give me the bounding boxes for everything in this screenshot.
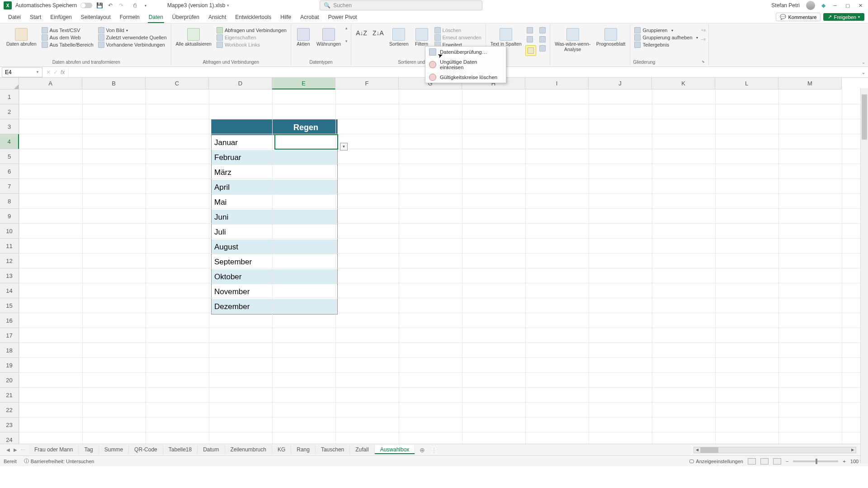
col-header-A[interactable]: A: [19, 78, 82, 89]
sheet-tab-rang[interactable]: Rang: [291, 445, 316, 455]
view-break-icon[interactable]: [773, 458, 781, 465]
row-header-10[interactable]: 10: [0, 224, 19, 239]
recent-sources-button[interactable]: Zuletzt verwendete Quellen: [97, 34, 168, 41]
hscroll-left-icon[interactable]: ◀: [694, 448, 700, 452]
select-all-corner[interactable]: [0, 78, 19, 89]
tab-powerpivot[interactable]: Power Pivot: [324, 11, 362, 23]
col-header-K[interactable]: K: [652, 78, 715, 89]
row-header-4[interactable]: 4: [0, 134, 19, 149]
row-header-23[interactable]: 23: [0, 418, 19, 432]
tab-layout[interactable]: Seitenlayout: [76, 11, 115, 23]
row-header-3[interactable]: 3: [0, 119, 19, 134]
row-header-2[interactable]: 2: [0, 104, 19, 119]
row-header-14[interactable]: 14: [0, 283, 19, 298]
col-header-L[interactable]: L: [715, 78, 778, 89]
save-icon[interactable]: 💾: [96, 2, 103, 9]
row-header-18[interactable]: 18: [0, 343, 19, 358]
sheet-tab-kg[interactable]: KG: [272, 445, 291, 455]
existing-conn-button[interactable]: Vorhandene Verbindungen: [97, 42, 168, 48]
from-text-button[interactable]: Aus Text/CSV: [40, 27, 95, 33]
col-header-B[interactable]: B: [82, 78, 146, 89]
comments-button[interactable]: 💬 Kommentare: [776, 13, 821, 21]
sheet-tab-tabelle18[interactable]: Tabelle18: [163, 445, 198, 455]
row-header-8[interactable]: 8: [0, 194, 19, 209]
row-header-1[interactable]: 1: [0, 89, 19, 104]
tab-developer[interactable]: Entwicklertools: [231, 11, 276, 23]
tab-help[interactable]: Hilfe: [276, 11, 296, 23]
tab-insert[interactable]: Einfügen: [46, 11, 76, 23]
accessibility-button[interactable]: ⓘ Barrierefreiheit: Untersuchen: [24, 458, 94, 465]
row-header-7[interactable]: 7: [0, 179, 19, 194]
row-header-17[interactable]: 17: [0, 328, 19, 343]
sheet-tab-tag[interactable]: Tag: [79, 445, 99, 455]
subtotal-button[interactable]: Teilergebnis: [633, 42, 699, 48]
sheet-nav-more-icon[interactable]: ⋯: [21, 447, 25, 452]
sheet-tab-datum[interactable]: Datum: [198, 445, 225, 455]
hscroll-right-icon[interactable]: ▶: [849, 448, 856, 452]
col-header-C[interactable]: C: [146, 78, 209, 89]
refresh-all-button[interactable]: Alle aktualisieren: [174, 26, 213, 48]
fx-icon[interactable]: fx: [61, 69, 65, 75]
row-header-16[interactable]: 16: [0, 313, 19, 328]
row-header-21[interactable]: 21: [0, 388, 19, 403]
from-table-button[interactable]: Aus Tabelle/Bereich: [40, 42, 95, 48]
tab-file[interactable]: Datei: [4, 11, 25, 23]
avatar[interactable]: [806, 1, 815, 10]
tab-start[interactable]: Start: [25, 11, 46, 23]
circle-invalid-item[interactable]: Ungültige Daten einkreisen: [425, 57, 506, 72]
tab-formulas[interactable]: Formeln: [115, 11, 144, 23]
zoom-out-icon[interactable]: −: [786, 459, 788, 464]
sheet-tab-zeilenumbruch[interactable]: Zeilenumbruch: [225, 445, 272, 455]
row-header-13[interactable]: 13: [0, 268, 19, 283]
chevron-up-icon[interactable]: ▲: [344, 26, 348, 30]
maximize-icon[interactable]: ▢: [844, 2, 851, 9]
row-header-19[interactable]: 19: [0, 358, 19, 373]
col-header-J[interactable]: J: [589, 78, 652, 89]
tab-review[interactable]: Überprüfen: [168, 11, 204, 23]
validation-settings-item[interactable]: Datenüberprüfung…: [425, 47, 506, 57]
remove-dup-button[interactable]: [525, 36, 536, 42]
row-header-15[interactable]: 15: [0, 298, 19, 313]
currencies-button[interactable]: Währungen: [315, 26, 343, 48]
row-header-20[interactable]: 20: [0, 373, 19, 388]
tab-view[interactable]: Ansicht: [204, 11, 231, 23]
view-layout-icon[interactable]: [760, 458, 769, 465]
filter-button[interactable]: Filtern: [412, 26, 431, 48]
chevron-down-icon[interactable]: ▼: [344, 39, 348, 43]
undo-icon[interactable]: ↶: [107, 2, 114, 9]
name-box[interactable]: E4 ▼: [2, 67, 42, 77]
from-image-button[interactable]: Von Bild▾: [97, 27, 168, 33]
redo-icon[interactable]: ↷: [118, 2, 125, 9]
share-button[interactable]: ↗ Freigeben ▾: [823, 13, 864, 21]
consolidate-button[interactable]: [538, 27, 547, 33]
sheet-nav-right-icon[interactable]: ▶: [14, 447, 17, 452]
horizontal-scrollbar[interactable]: ◀ ▶: [693, 447, 856, 453]
relationships-button[interactable]: [538, 36, 547, 42]
sheet-tab-tauschen[interactable]: Tauschen: [316, 445, 350, 455]
qat-customize-icon[interactable]: ▾: [142, 2, 149, 9]
col-header-D[interactable]: D: [209, 78, 272, 89]
search-input[interactable]: 🔍 Suchen: [320, 0, 482, 10]
stocks-button[interactable]: Aktien: [294, 26, 313, 48]
cell-dropdown-icon[interactable]: ▼: [340, 143, 348, 150]
ungroup-button[interactable]: Gruppierung aufheben▾: [633, 34, 699, 41]
sort-desc-button[interactable]: Z↓A: [371, 26, 386, 38]
col-header-M[interactable]: M: [778, 78, 842, 89]
sheet-tab-auswahlbox[interactable]: Auswahlbox: [375, 445, 415, 455]
sort-asc-button[interactable]: A↓Z: [354, 26, 369, 38]
col-header-I[interactable]: I: [525, 78, 589, 89]
name-box-arrow-icon[interactable]: ▼: [36, 70, 39, 74]
show-detail-icon[interactable]: +≡: [701, 28, 706, 33]
sheet-nav-left-icon[interactable]: ◀: [6, 447, 10, 452]
col-header-F[interactable]: F: [335, 78, 399, 89]
forecast-button[interactable]: Prognoseblatt: [594, 26, 627, 48]
whatif-button[interactable]: Was-wäre-wenn-Analyse: [553, 26, 593, 53]
row-header-9[interactable]: 9: [0, 209, 19, 224]
minimize-icon[interactable]: ─: [832, 2, 838, 9]
data-model-button[interactable]: [538, 45, 547, 52]
sheet-tab-qr-code[interactable]: QR-Code: [129, 445, 163, 455]
row-header-24[interactable]: 24: [0, 432, 19, 444]
row-header-5[interactable]: 5: [0, 149, 19, 164]
outline-launcher-icon[interactable]: ⬊: [702, 60, 706, 65]
vertical-scrollbar[interactable]: [860, 88, 868, 463]
